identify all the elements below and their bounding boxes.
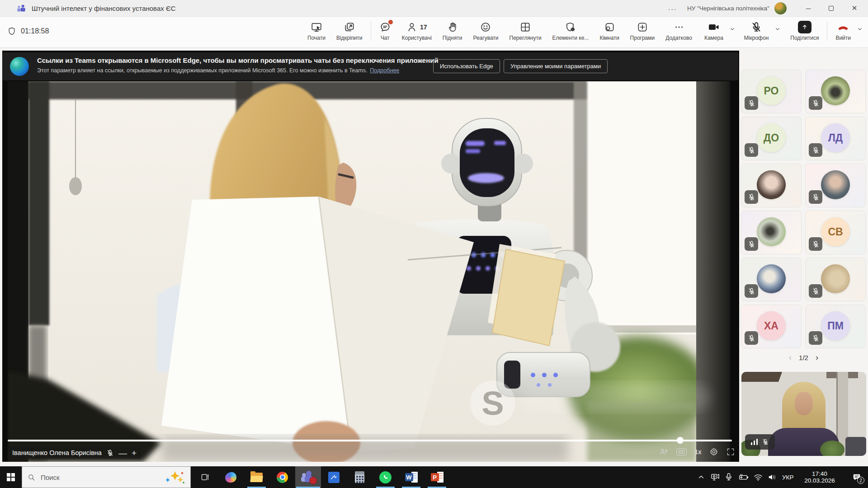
teams-app-icon <box>16 4 26 14</box>
language-indicator[interactable]: УКР <box>782 466 793 488</box>
captions-button[interactable]: CC <box>676 448 687 455</box>
view-button[interactable]: Переглянути <box>504 20 547 42</box>
avatar: РО <box>757 76 786 105</box>
participant-tile[interactable]: ЛД <box>805 117 866 160</box>
mic-muted-badge <box>745 237 758 251</box>
calculator-icon <box>355 471 364 483</box>
manage-settings-button[interactable]: Управление моими параметрами <box>504 59 608 73</box>
banner-more-link[interactable]: Подробнее <box>370 67 399 74</box>
page-indicator: 1/2 <box>799 354 808 361</box>
mic-muted-badge <box>809 331 822 345</box>
shield-icon <box>7 27 16 36</box>
prev-page-chevron[interactable]: ‹ <box>789 352 792 362</box>
maximize-button[interactable] <box>821 0 841 16</box>
leave-button[interactable]: Вийти <box>830 20 856 42</box>
unpin-button[interactable]: Відкріпити <box>331 20 368 42</box>
screen-start-icon <box>311 21 322 33</box>
control-elements-button[interactable]: Елементи ке... <box>547 20 594 42</box>
close-button[interactable]: ✕ <box>844 0 864 16</box>
system-tray <box>698 466 777 488</box>
taskbar-search-input[interactable]: Поиск <box>22 466 191 488</box>
fullscreen-icon[interactable] <box>726 447 735 456</box>
action-center-button[interactable]: 2 <box>846 466 867 488</box>
zoom-in-button[interactable]: + <box>132 449 137 457</box>
speaker-mic-muted-icon <box>106 449 114 457</box>
chat-button[interactable]: Чат <box>374 20 396 42</box>
toolbar-divider <box>371 22 371 41</box>
search-icon <box>28 474 35 481</box>
participant-tile[interactable] <box>805 258 866 301</box>
playback-speed-button[interactable]: 1x <box>694 448 702 455</box>
smiley-icon <box>480 21 491 33</box>
raise-hand-button[interactable]: Підняти <box>437 20 468 42</box>
leave-options-chevron[interactable] <box>856 25 863 33</box>
participant-tile[interactable]: ПМ <box>805 305 866 348</box>
avatar: СВ <box>821 217 850 246</box>
presenter-status-badge <box>745 434 775 450</box>
next-page-chevron[interactable]: › <box>816 352 818 362</box>
participant-tile[interactable] <box>805 164 866 207</box>
participant-tile[interactable]: ХА <box>741 305 802 348</box>
video-progress-handle[interactable] <box>677 437 684 444</box>
account-name[interactable]: НУ "Чернігівська політехніка" <box>687 0 769 17</box>
file-explorer-app[interactable] <box>244 466 269 488</box>
word-app[interactable]: W <box>398 466 424 488</box>
react-button[interactable]: Реагувати <box>467 20 504 42</box>
microphone-button[interactable]: Мікрофон <box>739 20 774 42</box>
ellipsis-icon <box>673 21 685 33</box>
tray-expand-chevron[interactable] <box>698 474 705 481</box>
audio-description-icon[interactable] <box>659 447 669 456</box>
account-avatar[interactable] <box>774 2 787 14</box>
participant-tile[interactable] <box>741 164 802 207</box>
whatsapp-app[interactable] <box>373 466 398 488</box>
camera-options-chevron[interactable] <box>729 25 736 33</box>
presenter-person <box>795 392 813 415</box>
scan-app[interactable] <box>321 466 347 488</box>
more-button[interactable]: Додатково <box>660 20 698 42</box>
file-explorer-icon <box>250 473 263 482</box>
settings-gear-icon[interactable] <box>709 447 718 456</box>
participant-tile[interactable]: СВ <box>805 211 866 254</box>
apps-button[interactable]: Програми <box>625 20 660 42</box>
teams-app[interactable] <box>295 466 321 488</box>
tray-battery-icon[interactable] <box>738 473 749 481</box>
copilot-app[interactable] <box>218 466 244 488</box>
participant-tile[interactable] <box>741 258 802 301</box>
task-view-button[interactable] <box>194 466 216 488</box>
start-button[interactable] <box>0 466 22 488</box>
tray-mic-icon[interactable] <box>725 473 733 482</box>
video-progress-bar[interactable] <box>8 440 732 441</box>
powerpoint-app[interactable]: P <box>424 466 450 488</box>
minimize-button[interactable]: ─ <box>798 0 818 16</box>
titlebar-more-menu[interactable]: ... <box>668 0 677 15</box>
tray-volume-icon[interactable] <box>768 473 777 481</box>
raised-hand-icon <box>447 21 458 33</box>
zoom-out-button[interactable]: — <box>118 449 127 457</box>
presenter-bg <box>741 372 782 382</box>
presenter-video-tile[interactable] <box>741 372 866 456</box>
hang-up-icon <box>836 21 850 33</box>
participant-tile[interactable] <box>741 211 802 254</box>
calculator-app[interactable] <box>347 466 373 488</box>
participants-button[interactable]: 17 Користувачі <box>396 20 437 42</box>
start-sharing-button[interactable]: Почати <box>302 20 331 42</box>
participant-tile[interactable]: РО <box>741 70 802 113</box>
mic-options-chevron[interactable] <box>774 25 781 33</box>
avatar-photo <box>757 170 786 199</box>
clock-time: 17:40 <box>812 470 827 477</box>
banner-subtitle: Этот параметр влияет на ссылки, открывае… <box>37 67 399 74</box>
mic-muted-badge <box>745 331 758 345</box>
taskbar-clock[interactable]: 17:40 20.03.2026 <box>797 466 842 488</box>
camera-button[interactable]: Камера <box>699 20 729 42</box>
speaker-name: Іванищенко Олена Борисівна <box>12 449 102 456</box>
mic-muted-icon <box>750 21 762 33</box>
rooms-button[interactable]: Кімнати <box>594 20 624 42</box>
tray-camera-icon[interactable] <box>710 473 720 482</box>
tray-wifi-icon[interactable] <box>754 473 763 481</box>
share-button[interactable]: Поділитися <box>785 20 824 42</box>
chrome-app[interactable] <box>269 466 295 488</box>
use-edge-button[interactable]: Использовать Edge <box>433 59 500 73</box>
presenter-bg <box>845 437 866 456</box>
participant-tile[interactable]: ДО <box>741 117 802 160</box>
participant-tile[interactable] <box>805 70 866 113</box>
